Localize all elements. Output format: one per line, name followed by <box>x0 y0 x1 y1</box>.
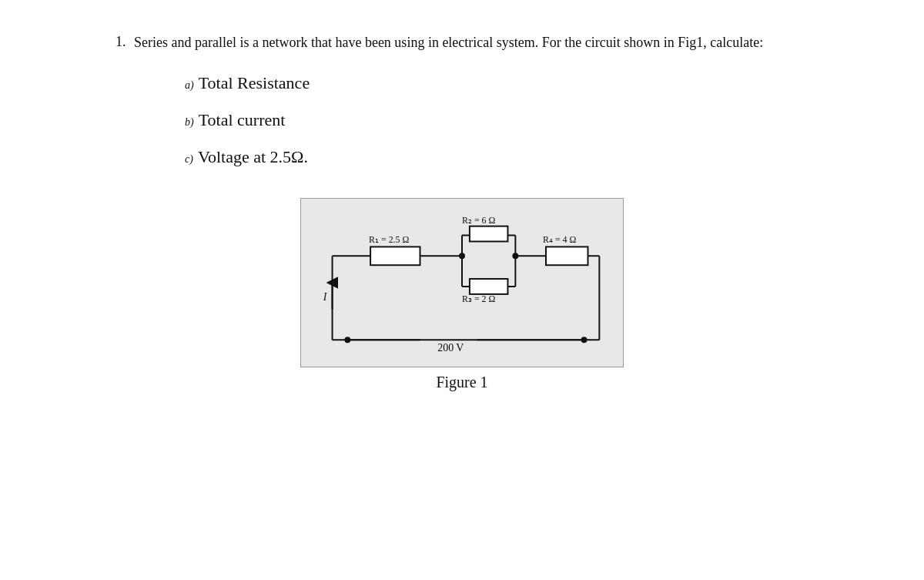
svg-rect-7 <box>370 246 420 265</box>
sub-label-b: b) <box>185 116 194 129</box>
sub-text-a: Total Resistance <box>199 73 310 93</box>
svg-text:R₃ = 2 Ω: R₃ = 2 Ω <box>462 293 495 303</box>
question-text: 1. Series and parallel is a network that… <box>116 31 808 55</box>
sub-label-a: a) <box>185 79 194 92</box>
circuit-svg: I 200 V R₁ = 2.5 Ω R₂ = 6 Ω R₃ = 2 Ω R₄ … <box>301 199 623 367</box>
question-block: 1. Series and parallel is a network that… <box>116 31 808 391</box>
svg-rect-19 <box>546 246 588 265</box>
sub-label-c: c) <box>185 153 193 166</box>
sub-item-c: c) Voltage at 2.5Ω. <box>185 147 808 167</box>
sub-items-list: a) Total Resistance b) Total current c) … <box>185 73 808 167</box>
svg-text:R₁ = 2.5 Ω: R₁ = 2.5 Ω <box>369 234 409 245</box>
sub-item-b: b) Total current <box>185 110 808 130</box>
sub-item-a: a) Total Resistance <box>185 73 808 93</box>
svg-text:200 V: 200 V <box>437 342 464 354</box>
svg-text:R₄ = 4 Ω: R₄ = 4 Ω <box>543 234 576 245</box>
question-number: 1. <box>116 31 129 55</box>
circuit-diagram: I 200 V R₁ = 2.5 Ω R₂ = 6 Ω R₃ = 2 Ω R₄ … <box>300 198 624 367</box>
svg-text:R₂ = 6 Ω: R₂ = 6 Ω <box>462 214 495 225</box>
sub-text-c: Voltage at 2.5Ω. <box>198 147 308 167</box>
svg-rect-18 <box>470 279 508 294</box>
figure-caption: Figure 1 <box>436 374 487 391</box>
sub-text-b: Total current <box>199 110 286 130</box>
question-body: Series and parallel is a network that ha… <box>134 31 763 55</box>
svg-rect-14 <box>470 226 508 241</box>
figure-block: I 200 V R₁ = 2.5 Ω R₂ = 6 Ω R₃ = 2 Ω R₄ … <box>116 198 808 391</box>
